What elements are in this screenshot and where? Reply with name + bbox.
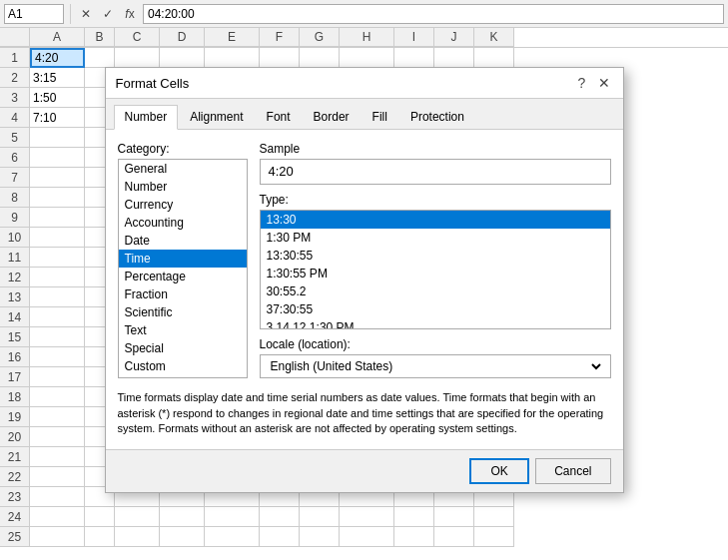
type-item-31412[interactable]: 3.14.12 1:30 PM (261, 318, 610, 329)
cell-A23[interactable] (30, 487, 85, 507)
category-item-number[interactable]: Number (119, 178, 247, 196)
cell-K24[interactable] (474, 507, 514, 527)
cell-H1[interactable] (340, 48, 394, 68)
category-list[interactable]: General Number Currency Accounting Date … (118, 159, 248, 378)
cell-A17[interactable] (30, 367, 85, 387)
type-item-130pm[interactable]: 1:30 PM (261, 229, 610, 247)
cell-D25[interactable] (160, 527, 205, 547)
cell-A22[interactable] (30, 467, 85, 487)
type-item-3055[interactable]: 30:55.2 (261, 282, 610, 300)
cell-E25[interactable] (205, 527, 260, 547)
cell-F25[interactable] (260, 527, 300, 547)
col-header-A[interactable]: A (30, 28, 85, 47)
cell-K1[interactable] (474, 48, 514, 68)
formula-bar[interactable] (143, 4, 724, 24)
cell-C24[interactable] (115, 507, 160, 527)
cell-A19[interactable] (30, 407, 85, 427)
locale-dropdown[interactable]: English (United States) (267, 358, 604, 374)
cell-A9[interactable] (30, 208, 85, 228)
category-item-time[interactable]: Time (119, 250, 247, 268)
cell-A11[interactable] (30, 248, 85, 268)
type-list[interactable]: 13:30 1:30 PM 13:30:55 1:30:55 PM 30:55.… (260, 210, 611, 329)
cell-F1[interactable] (260, 48, 300, 68)
tab-protection[interactable]: Protection (399, 105, 475, 129)
cell-A21[interactable] (30, 447, 85, 467)
category-item-fraction[interactable]: Fraction (119, 285, 247, 303)
cell-E24[interactable] (205, 507, 260, 527)
category-item-custom[interactable]: Custom (119, 357, 247, 375)
cell-J24[interactable] (434, 507, 474, 527)
cell-A18[interactable] (30, 387, 85, 407)
category-item-accounting[interactable]: Accounting (119, 214, 247, 232)
cell-A1[interactable]: 4:20 (30, 48, 85, 68)
cell-A15[interactable] (30, 327, 85, 347)
cell-G24[interactable] (300, 507, 340, 527)
cell-A16[interactable] (30, 347, 85, 367)
category-item-general[interactable]: General (119, 160, 247, 178)
cell-A8[interactable] (30, 188, 85, 208)
ok-button[interactable]: OK (469, 458, 529, 484)
cell-A6[interactable] (30, 148, 85, 168)
col-header-H[interactable]: H (340, 28, 394, 47)
cell-B1[interactable] (85, 48, 115, 68)
cell-A25[interactable] (30, 527, 85, 547)
cell-A13[interactable] (30, 287, 85, 307)
cell-A3[interactable]: 1:50 (30, 88, 85, 108)
cell-H24[interactable] (340, 507, 394, 527)
tab-font[interactable]: Font (256, 105, 302, 129)
cell-G25[interactable] (300, 527, 340, 547)
type-item-13055pm[interactable]: 1:30:55 PM (261, 265, 610, 282)
cell-A20[interactable] (30, 427, 85, 447)
category-item-percentage[interactable]: Percentage (119, 268, 247, 285)
category-item-currency[interactable]: Currency (119, 196, 247, 214)
col-header-I[interactable]: I (394, 28, 434, 47)
category-item-scientific[interactable]: Scientific (119, 303, 247, 321)
col-header-J[interactable]: J (434, 28, 474, 47)
cell-F24[interactable] (260, 507, 300, 527)
cell-A5[interactable] (30, 128, 85, 148)
cell-D1[interactable] (160, 48, 205, 68)
cell-D24[interactable] (160, 507, 205, 527)
format-cells-dialog[interactable]: Format Cells ? ✕ Number Alignment Font B… (105, 67, 624, 492)
cell-K25[interactable] (474, 527, 514, 547)
cell-A12[interactable] (30, 268, 85, 287)
name-box[interactable] (4, 4, 64, 24)
cell-J25[interactable] (434, 527, 474, 547)
cell-I1[interactable] (394, 48, 434, 68)
cell-A10[interactable] (30, 228, 85, 248)
cell-C1[interactable] (115, 48, 160, 68)
cell-H25[interactable] (340, 527, 394, 547)
cancel-icon[interactable]: ✕ (77, 5, 95, 23)
locale-select-wrapper[interactable]: English (United States) (260, 354, 611, 378)
cell-A24[interactable] (30, 507, 85, 527)
col-header-D[interactable]: D (160, 28, 205, 47)
type-item-1330[interactable]: 13:30 (261, 211, 610, 229)
col-header-E[interactable]: E (205, 28, 260, 47)
cell-G1[interactable] (300, 48, 340, 68)
col-header-G[interactable]: G (300, 28, 340, 47)
cell-A14[interactable] (30, 307, 85, 327)
dialog-help-button[interactable]: ? (573, 74, 591, 92)
confirm-icon[interactable]: ✓ (99, 5, 117, 23)
type-item-133055[interactable]: 13:30:55 (261, 247, 610, 265)
col-header-K[interactable]: K (474, 28, 514, 47)
cell-A2[interactable]: 3:15 (30, 68, 85, 88)
cell-I25[interactable] (394, 527, 434, 547)
cancel-button[interactable]: Cancel (535, 458, 610, 484)
cell-E1[interactable] (205, 48, 260, 68)
tab-number[interactable]: Number (114, 105, 179, 130)
col-header-F[interactable]: F (260, 28, 300, 47)
category-item-date[interactable]: Date (119, 232, 247, 250)
cell-B25[interactable] (85, 527, 115, 547)
cell-I24[interactable] (394, 507, 434, 527)
dialog-close-button[interactable]: ✕ (595, 74, 613, 92)
cell-C25[interactable] (115, 527, 160, 547)
col-header-C[interactable]: C (115, 28, 160, 47)
cell-A7[interactable] (30, 168, 85, 188)
col-header-B[interactable]: B (85, 28, 115, 47)
tab-alignment[interactable]: Alignment (179, 105, 254, 129)
cell-A4[interactable]: 7:10 (30, 108, 85, 128)
category-item-special[interactable]: Special (119, 339, 247, 357)
tab-fill[interactable]: Fill (362, 105, 398, 129)
cell-J1[interactable] (434, 48, 474, 68)
